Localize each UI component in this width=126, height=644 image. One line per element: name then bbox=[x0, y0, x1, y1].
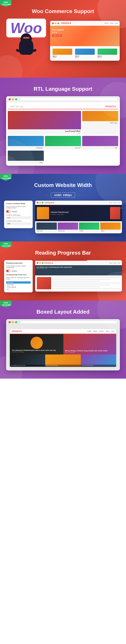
progress-hero: amp filtrator and a swimming pool with s… bbox=[35, 265, 122, 276]
progress-toggle-switch[interactable] bbox=[6, 270, 11, 272]
boxed-outer-bg: DIGIQOLE HOME NEWS SPORT TECH LIFE T bbox=[6, 325, 120, 370]
option-blog-category[interactable]: Blog Category bbox=[6, 286, 31, 288]
boxed-dot-g bbox=[15, 321, 17, 323]
width-hero-title: Ultimate Philanthropist bbox=[51, 211, 108, 213]
width-nav-2: News bbox=[113, 202, 116, 203]
width-settings-title: Custom Container Width bbox=[6, 203, 31, 204]
woo-product-1: Item 1 $8.99 bbox=[52, 48, 73, 59]
rtl-side-card: عنوان المقال bbox=[82, 111, 118, 135]
boxed-sec-overlay-2: like your sha induction bbox=[45, 364, 81, 367]
boxed-nav: HOME NEWS SPORT TECH LIFE bbox=[87, 330, 114, 332]
ninja-eyes bbox=[23, 37, 29, 38]
text-line-2 bbox=[53, 279, 110, 280]
rtl-dot-green bbox=[15, 98, 17, 100]
width-mockup-brand: DIGIQOLE bbox=[45, 202, 54, 204]
option-blog-post[interactable]: Blog Post bbox=[6, 281, 31, 284]
rtl-featured-category: أخبار bbox=[9, 132, 80, 134]
progress-nav: Home News Tech bbox=[109, 262, 120, 264]
woo-nav-home: Home bbox=[104, 22, 108, 24]
section-rtl: RTL Language Support الرئيسية أخبار رياض… bbox=[0, 78, 126, 174]
woo-product-3: Item 3 $9.99 bbox=[97, 48, 118, 59]
width-section-title: Custom Website Width bbox=[4, 180, 122, 188]
width-post-4-text: Sports bbox=[100, 230, 121, 232]
woo-product-1-name: Item 1 bbox=[53, 55, 72, 57]
text-line-7 bbox=[53, 288, 120, 289]
boxed-hero-left-title: The billionaire Philanthropist read to l… bbox=[12, 350, 61, 351]
rtl-nav-item-1: الرئيسية bbox=[10, 106, 15, 107]
width-settings-panel: Custom Container Width Do you want to en… bbox=[4, 201, 33, 228]
woo-product-2-name: Item 2 bbox=[75, 55, 95, 57]
rtl-mockup: الرئيسية أخبار رياضة DIGIQOLE المقالة ال… bbox=[6, 96, 120, 166]
woo-mockup-header: DIGIQOLE Home Shop Cart bbox=[50, 21, 120, 26]
width-dot-g bbox=[42, 202, 43, 204]
woo-product-3-price: $9.99 bbox=[97, 57, 117, 58]
width-post-3-text: Culture bbox=[79, 230, 99, 232]
prog-nav-2: News bbox=[113, 262, 116, 264]
rtl-featured-title: المقالة الرئيسية المميزة bbox=[9, 130, 80, 132]
progress-mockup: DIGIQOLE Home News Tech amp filtrator an… bbox=[35, 260, 122, 292]
width-hero-img bbox=[37, 207, 49, 219]
progress-area-subtitle: Select option for reading progression on… bbox=[6, 277, 31, 280]
rtl-content: الرئيسية أخبار رياضة DIGIQOLE المقالة ال… bbox=[6, 102, 120, 166]
progress-toggle[interactable]: Enabled bbox=[6, 270, 31, 272]
boxed-header: DIGIQOLE HOME NEWS SPORT TECH LIFE bbox=[10, 329, 116, 334]
laptop-value[interactable]: 1170 bbox=[6, 216, 31, 219]
boxed-hero-person-img bbox=[31, 337, 43, 349]
width-post-2-text: World news bbox=[58, 230, 78, 232]
toggle-label: Enabled bbox=[12, 211, 17, 212]
rtl-card-2-text: خبر جديد bbox=[45, 146, 81, 149]
progress-article-text bbox=[53, 277, 120, 290]
ninja-head bbox=[21, 33, 32, 44]
option-blog-page[interactable]: Blog Page bbox=[6, 284, 31, 286]
woo-product-3-name: Item 3 bbox=[97, 55, 117, 57]
progress-toggle-label: Enabled bbox=[12, 270, 17, 272]
new-feature-badge-woo: NEW FEATURE bbox=[0, 0, 12, 7]
progress-settings-subtitle: Do you want to enable reading progressba… bbox=[6, 265, 31, 268]
width-post-1-text: Tech story bbox=[36, 230, 57, 232]
desktop-value[interactable]: 1360 bbox=[6, 222, 31, 225]
text-line-3 bbox=[53, 281, 100, 282]
rtl-featured-text: المقالة الرئيسية المميزة أخبار bbox=[8, 129, 81, 135]
ninja-arms bbox=[16, 48, 36, 52]
width-post-3-img bbox=[79, 222, 99, 230]
prog-dot-r bbox=[37, 262, 39, 264]
width-nav: Home News Tech bbox=[109, 202, 120, 203]
boxed-nav-sport: SPORT bbox=[99, 330, 104, 332]
boxed-dot-r bbox=[9, 321, 11, 323]
ninja-arm-right bbox=[32, 49, 37, 52]
width-toggle[interactable]: Enabled bbox=[6, 210, 31, 213]
woo-product-2-price: $6.99 bbox=[75, 57, 95, 58]
rtl-nav-item-2: أخبار bbox=[16, 106, 19, 107]
boxed-sec-item-1: Do insight the move the full bbox=[10, 354, 45, 367]
text-line-6 bbox=[53, 286, 100, 287]
progress-options-list: Blog Post Blog Page Blog Category All bbox=[6, 281, 31, 290]
rtl-dot-red bbox=[9, 98, 11, 100]
woo-nav-shop: Shop bbox=[110, 22, 113, 24]
dot-yellow bbox=[55, 22, 56, 24]
rtl-browser-bar bbox=[6, 96, 120, 102]
woo-nav-cart: Cart bbox=[115, 22, 118, 24]
progress-toggle-knob bbox=[8, 270, 11, 272]
toggle-switch[interactable] bbox=[6, 210, 11, 213]
woo-hero-text: Pizza Special $12.99 Add to Cart bbox=[52, 29, 64, 37]
boxed-hero-left-img-area bbox=[12, 336, 61, 350]
text-line-1 bbox=[53, 277, 120, 278]
section-woo: NEW FEATURE Woo Commerce Support Woo bbox=[0, 0, 126, 78]
rtl-site-header: الرئيسية أخبار رياضة DIGIQOLE bbox=[8, 104, 118, 109]
chevron-arrows-width: » bbox=[120, 205, 123, 211]
rtl-grid: المقالة الرئيسية المميزة أخبار عنوان الم… bbox=[8, 111, 118, 164]
rtl-card-4-text: رياضة bbox=[8, 161, 44, 164]
prog-dot-y bbox=[39, 262, 41, 264]
progress-area-label: Reading progressbar area bbox=[6, 274, 31, 276]
width-hero: Ultimate Philanthropist Economy • 5 mins… bbox=[35, 205, 122, 221]
boxed-hero-right: Nancy Zhang a Chinese busy woman and soc… bbox=[63, 334, 116, 354]
rtl-card-2: خبر جديد bbox=[45, 136, 81, 149]
rtl-nav: الرئيسية أخبار رياضة bbox=[10, 106, 23, 107]
width-post-4-img bbox=[100, 222, 121, 230]
width-posts: Tech story World news Culture Sports bbox=[35, 221, 122, 233]
progress-settings-panel: Reading progressbar Do you want to enabl… bbox=[4, 260, 33, 292]
progress-settings-title: Reading progressbar bbox=[6, 262, 31, 264]
desktop-label: Container width Desktop bbox=[6, 220, 31, 222]
option-all[interactable]: All bbox=[6, 288, 31, 290]
woo-add-cart-btn[interactable]: Add to Cart bbox=[52, 34, 62, 37]
